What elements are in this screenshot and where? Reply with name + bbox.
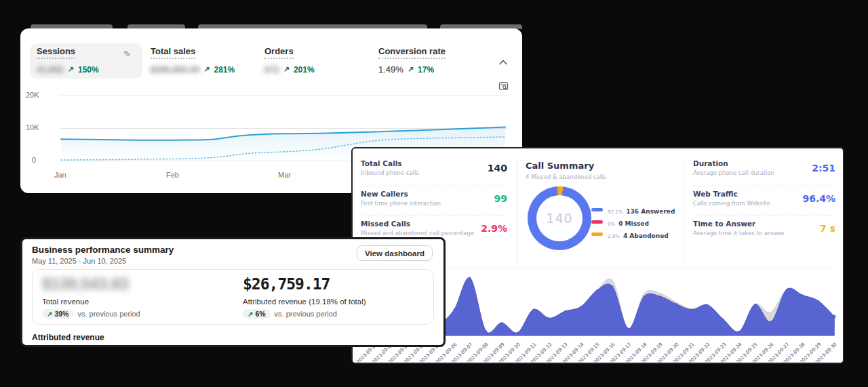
view-report-icon[interactable] <box>496 79 510 93</box>
y-axis-tick: 0 <box>32 156 59 164</box>
data-point-marker <box>501 322 503 324</box>
edit-pencil-icon[interactable]: ✎ <box>123 49 131 59</box>
data-point-marker <box>644 296 646 298</box>
attributed-revenue-section-label: Attributed revenue <box>32 333 104 342</box>
legend-swatch-pink <box>591 220 603 224</box>
legend-label: 0 Missed <box>618 220 649 227</box>
data-point-marker <box>722 319 724 321</box>
call-summary-title: Call Summary <box>526 161 594 171</box>
stat-new-callers: New Callers First time phone interaction… <box>361 190 507 207</box>
data-point-marker <box>833 315 836 319</box>
attributed-revenue-block: $26,759.17 Attributed revenue (19.18% of… <box>243 275 366 319</box>
data-point-marker <box>564 310 566 312</box>
change-note: vs. previous period <box>77 310 140 318</box>
legend-pct: 2.9% <box>608 234 620 239</box>
data-point-marker <box>818 300 820 302</box>
y-axis-tick: 10K <box>26 123 53 131</box>
trend-up-icon: ↗ <box>68 65 74 74</box>
legend-swatch-orange <box>591 232 603 236</box>
data-point-marker <box>754 304 756 306</box>
legend-pct: 97.1% <box>608 209 623 215</box>
attributed-revenue-label: Attributed revenue (19.18% of total) <box>243 298 366 306</box>
legend-pct: 0% <box>608 222 615 227</box>
data-point-marker <box>580 306 582 308</box>
data-point-marker <box>453 308 455 310</box>
row-separator <box>693 216 835 216</box>
stat-title: Time to Answer <box>693 220 835 228</box>
metric-value: 672 <box>264 64 279 75</box>
data-point-marker <box>549 317 551 319</box>
change-value: 39% <box>54 310 68 318</box>
x-axis-tick: Mar <box>278 171 291 179</box>
data-point-marker <box>485 330 487 332</box>
x-axis-tick: Feb <box>166 171 179 179</box>
metric-orders[interactable]: Orders 672 ↗ 201% <box>264 45 315 75</box>
revenue-summary-box: $139,543.83 Total revenue ↗ 39% vs. prev… <box>32 269 434 325</box>
stat-duration: Duration Average phone call duration 2:5… <box>693 159 835 176</box>
y-axis-tick: 20K <box>26 91 53 99</box>
column-divider <box>517 158 517 265</box>
metric-change: 17% <box>418 65 434 75</box>
stat-value: 96.4% <box>802 193 835 204</box>
total-revenue-label: Total revenue <box>42 298 140 306</box>
data-point-marker <box>659 296 661 298</box>
collapse-chevron-up-icon[interactable] <box>496 56 510 69</box>
row-separator <box>361 216 507 216</box>
data-point-marker <box>691 308 693 310</box>
stat-title: Total Calls <box>361 159 507 167</box>
total-revenue-value: $139,543.83 <box>42 275 140 294</box>
metric-change: 150% <box>78 65 99 75</box>
stat-subtitle: First time phone interaction <box>361 200 507 207</box>
data-point-marker <box>770 321 772 323</box>
metric-label: Orders <box>264 46 294 59</box>
change-note: vs. previous period <box>275 310 337 318</box>
metric-label: Sessions <box>37 46 75 59</box>
data-point-marker <box>675 303 677 305</box>
data-point-marker <box>612 285 614 287</box>
donut-center-value: 140 <box>546 211 572 226</box>
change-badge: ↗ 6% <box>243 309 271 319</box>
metric-value: 1.49% <box>378 64 403 75</box>
stat-web-traffic: Web Traffic Calls coming from Website 96… <box>693 190 835 207</box>
donut-hole: 140 <box>536 195 583 241</box>
call-summary-subtitle: 4 Missed & abandoned calls <box>526 174 606 180</box>
legend-answered: 97.1% 136 Answered <box>591 203 675 216</box>
data-point-marker <box>627 328 629 330</box>
stat-value: 2:51 <box>812 163 835 174</box>
stat-subtitle: Average time it takes to answer <box>693 230 835 237</box>
call-summary-donut: 140 <box>528 186 591 250</box>
metric-sessions[interactable]: Sessions 41,942 ↗ 150% <box>37 45 99 75</box>
stat-time-to-answer: Time to Answer Average time it takes to … <box>693 220 835 237</box>
data-point-marker <box>469 277 471 279</box>
card-title: Business performance summary <box>32 245 174 255</box>
stat-value: 2.9% <box>481 223 507 234</box>
data-point-marker <box>786 289 788 291</box>
row-separator <box>361 186 507 186</box>
data-point-marker <box>596 289 598 291</box>
total-revenue-block: $139,543.83 Total revenue ↗ 39% vs. prev… <box>42 275 140 319</box>
metric-change: 281% <box>214 65 235 75</box>
metric-total-sales[interactable]: Total sales $266,855.09 ↗ 281% <box>151 45 235 75</box>
metric-value: $266,855.09 <box>151 64 199 75</box>
stat-total-calls: Total Calls Inbound phone calls 140 <box>361 159 507 176</box>
metric-conversion-rate[interactable]: Conversion rate 1.49% ↗ 17% <box>378 45 446 75</box>
data-point-marker <box>738 331 741 333</box>
data-point-marker <box>707 304 709 306</box>
metric-change: 201% <box>294 65 315 75</box>
stat-value: 140 <box>488 163 507 174</box>
data-point-marker <box>517 331 519 333</box>
desktop-background: Sessions 41,942 ↗ 150% ✎ Total sales $26… <box>0 0 868 387</box>
trend-up-icon: ↗ <box>283 65 290 74</box>
x-axis-tick: Jan <box>54 171 66 179</box>
data-point-marker <box>802 294 804 296</box>
metric-label: Conversion rate <box>378 46 446 59</box>
change-value: 6% <box>255 310 265 318</box>
stat-missed-calls: Missed Calls Missed and abandoned call p… <box>361 220 507 237</box>
view-dashboard-button[interactable]: View dashboard <box>357 245 433 261</box>
stat-title: New Callers <box>361 190 507 198</box>
stat-value: 7 s <box>820 223 835 234</box>
row-separator <box>693 186 835 186</box>
legend-label: 4 Abandoned <box>623 232 669 239</box>
legend-abandoned: 2.9% 4 Abandoned <box>591 228 669 241</box>
data-point-marker <box>532 308 534 310</box>
